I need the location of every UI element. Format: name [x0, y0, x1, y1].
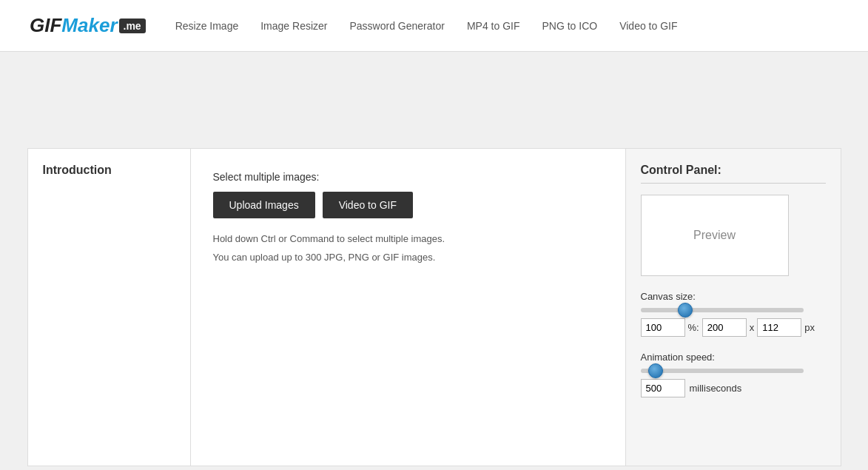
preview-label: Preview: [693, 229, 736, 242]
canvas-width-input[interactable]: [702, 318, 747, 337]
hint-upload-count: You can upload up to 300 JPG, PNG or GIF…: [213, 252, 603, 263]
canvas-percent-input[interactable]: [641, 318, 685, 337]
animation-slider-thumb[interactable]: [648, 363, 663, 378]
logo[interactable]: GIFMaker.me: [30, 14, 146, 37]
nav-mp4-to-gif[interactable]: MP4 to GIF: [467, 20, 520, 32]
sidebar: Introduction: [28, 149, 191, 466]
canvas-slider-container: [641, 308, 826, 312]
main-nav: Resize Image Image Resizer Password Gene…: [175, 20, 678, 32]
control-panel: Control Panel: Preview Canvas size: %: x…: [626, 149, 841, 466]
nav-image-resizer[interactable]: Image Resizer: [260, 20, 327, 32]
nav-password-generator[interactable]: Password Generator: [349, 20, 444, 32]
nav-resize-image[interactable]: Resize Image: [175, 20, 239, 32]
logo-gif: GIF: [30, 14, 61, 37]
animation-unit-label: milliseconds: [690, 383, 742, 394]
logo-me: .me: [119, 19, 146, 33]
main-container: Introduction Select multiple images: Upl…: [27, 148, 841, 466]
canvas-px-label: px: [804, 322, 815, 333]
logo-maker: Maker: [61, 14, 117, 37]
select-images-label: Select multiple images:: [213, 171, 603, 183]
sidebar-title: Introduction: [43, 164, 112, 176]
button-row: Upload Images Video to GIF: [213, 192, 603, 218]
upload-images-button[interactable]: Upload Images: [213, 192, 315, 218]
canvas-slider-thumb[interactable]: [678, 303, 693, 318]
preview-box: Preview: [641, 195, 789, 276]
hint-ctrl: Hold down Ctrl or Command to select mult…: [213, 233, 603, 244]
banner-area: [0, 52, 868, 148]
header: GIFMaker.me Resize Image Image Resizer P…: [0, 0, 868, 52]
control-panel-title: Control Panel:: [641, 164, 826, 184]
canvas-slider-track: [641, 308, 804, 312]
canvas-percent-symbol: %:: [688, 322, 699, 333]
canvas-inputs: %: x px: [641, 318, 826, 337]
canvas-size-label: Canvas size:: [641, 291, 826, 302]
video-to-gif-button[interactable]: Video to GIF: [323, 192, 413, 218]
center-panel: Select multiple images: Upload Images Vi…: [191, 149, 626, 466]
canvas-height-input[interactable]: [757, 318, 801, 337]
animation-slider-track: [641, 369, 804, 373]
nav-video-to-gif[interactable]: Video to GIF: [619, 20, 677, 32]
canvas-x-symbol: x: [750, 322, 755, 333]
animation-inputs: milliseconds: [641, 379, 826, 397]
nav-png-to-ico[interactable]: PNG to ICO: [542, 20, 597, 32]
animation-speed-input[interactable]: [641, 379, 685, 397]
animation-speed-label: Animation speed:: [641, 352, 826, 363]
